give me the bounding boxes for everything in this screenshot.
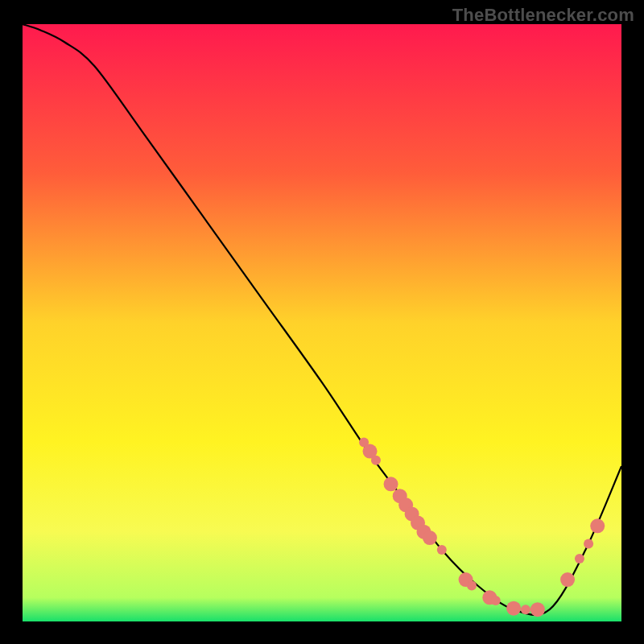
data-marker: [423, 530, 437, 545]
data-marker: [530, 602, 545, 617]
plot-area: [23, 24, 621, 621]
data-marker: [371, 456, 381, 465]
data-marker: [437, 545, 447, 555]
data-marker: [467, 580, 477, 590]
data-marker: [575, 554, 584, 564]
data-marker: [584, 539, 593, 549]
data-marker: [384, 477, 398, 491]
data-marker: [506, 601, 521, 616]
gradient-background: [23, 24, 621, 621]
bottleneck-chart: [23, 24, 621, 621]
data-marker: [491, 596, 501, 605]
data-marker: [590, 518, 605, 533]
data-marker: [560, 572, 575, 587]
chart-container: TheBottlenecker.com: [0, 0, 644, 644]
attribution-text: TheBottlenecker.com: [452, 5, 634, 26]
data-marker: [521, 605, 530, 614]
